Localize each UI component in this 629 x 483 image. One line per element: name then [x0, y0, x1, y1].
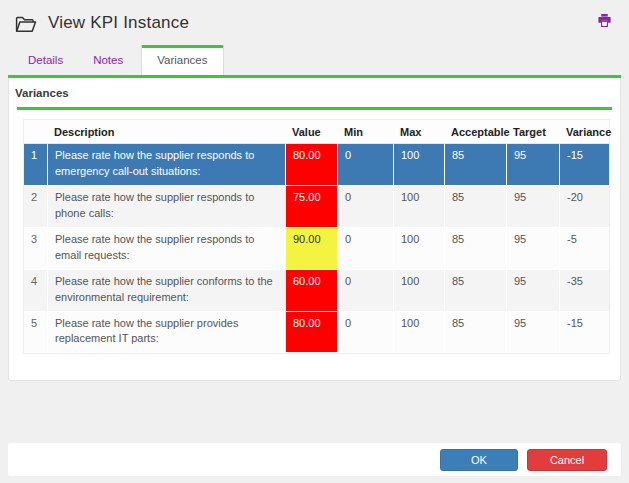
row-acceptable: 85: [444, 186, 506, 228]
col-header-variance: Variance: [559, 120, 609, 144]
ok-button[interactable]: OK: [440, 449, 518, 471]
row-variance: -35: [559, 270, 609, 312]
row-min: 0: [337, 270, 393, 312]
tab-notes[interactable]: Notes: [78, 46, 138, 75]
row-acceptable: 85: [444, 270, 506, 312]
col-header-description: Description: [47, 120, 285, 144]
row-target: 95: [506, 270, 559, 312]
row-acceptable: 85: [444, 312, 506, 354]
col-header-max: Max: [393, 120, 444, 144]
col-header-acceptable: Acceptable: [444, 120, 506, 144]
row-number: 1: [24, 144, 47, 186]
row-min: 0: [337, 228, 393, 270]
view-kpi-instance-window: View KPI Instance Details Notes Variance…: [0, 0, 629, 381]
table-row[interactable]: 4 Please rate how the supplier conforms …: [24, 270, 609, 312]
table-row[interactable]: 2 Please rate how the supplier responds …: [24, 186, 609, 228]
section-heading: Variances: [9, 78, 620, 107]
print-icon[interactable]: [596, 12, 613, 29]
row-variance: -20: [559, 186, 609, 228]
row-variance: -15: [559, 312, 609, 354]
page-title: View KPI Instance: [48, 13, 189, 33]
row-value: 75.00: [285, 186, 337, 228]
col-header-min: Min: [337, 120, 393, 144]
col-header-target: Target: [506, 120, 559, 144]
row-number: 3: [24, 228, 47, 270]
table-header-row: Description Value Min Max Acceptable Tar…: [24, 120, 609, 144]
row-target: 95: [506, 228, 559, 270]
row-acceptable: 85: [444, 144, 506, 186]
tab-details[interactable]: Details: [13, 46, 78, 75]
row-description: Please rate how the supplier responds to…: [47, 144, 285, 186]
tab-variances[interactable]: Variances: [141, 45, 223, 75]
row-description: Please rate how the supplier responds to…: [47, 186, 285, 228]
row-description: Please rate how the supplier conforms to…: [47, 270, 285, 312]
variances-panel: Variances Description Value Min Max Acce…: [8, 78, 621, 381]
row-value: 80.00: [285, 312, 337, 354]
row-max: 100: [393, 228, 444, 270]
footer-bar: OK Cancel: [8, 443, 621, 476]
table-row[interactable]: 3 Please rate how the supplier responds …: [24, 228, 609, 270]
row-min: 0: [337, 144, 393, 186]
row-number: 4: [24, 270, 47, 312]
title-bar: View KPI Instance: [0, 0, 629, 33]
cancel-button[interactable]: Cancel: [527, 449, 607, 471]
tab-bar: Details Notes Variances: [8, 44, 621, 78]
variances-table: Description Value Min Max Acceptable Tar…: [23, 119, 610, 354]
open-folder-icon: [15, 16, 37, 33]
row-target: 95: [506, 312, 559, 354]
row-value: 80.00: [285, 144, 337, 186]
row-max: 100: [393, 270, 444, 312]
col-header-num: [24, 120, 47, 144]
row-target: 95: [506, 186, 559, 228]
table-row[interactable]: 1 Please rate how the supplier responds …: [24, 144, 609, 186]
row-value: 90.00: [285, 228, 337, 270]
row-description: Please rate how the supplier provides re…: [47, 312, 285, 354]
row-value: 60.00: [285, 270, 337, 312]
row-number: 2: [24, 186, 47, 228]
row-target: 95: [506, 144, 559, 186]
row-min: 0: [337, 186, 393, 228]
row-description: Please rate how the supplier responds to…: [47, 228, 285, 270]
row-max: 100: [393, 312, 444, 354]
row-variance: -5: [559, 228, 609, 270]
col-header-value: Value: [285, 120, 337, 144]
section-divider: [17, 107, 612, 110]
row-max: 100: [393, 144, 444, 186]
row-min: 0: [337, 312, 393, 354]
row-acceptable: 85: [444, 228, 506, 270]
table-row[interactable]: 5 Please rate how the supplier provides …: [24, 312, 609, 354]
row-number: 5: [24, 312, 47, 354]
row-max: 100: [393, 186, 444, 228]
row-variance: -15: [559, 144, 609, 186]
